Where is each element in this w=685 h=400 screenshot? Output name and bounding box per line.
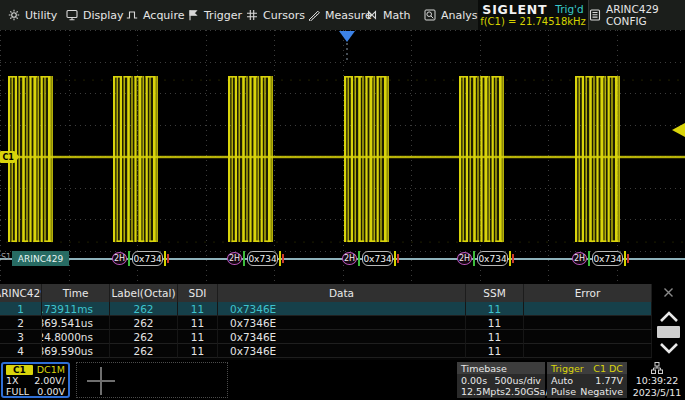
trigger-level-marker[interactable] [672,123,685,137]
column-header-arinc429: ARINC429 [0,284,42,302]
config-label: ARINC429 CONFIG [606,3,685,27]
trigger-source: C1 DC [593,363,623,374]
timebase-panel[interactable]: Timebase 0.00s 500us/div 12.5Mpts 2.50GS… [457,362,545,398]
bottom-status-bar: C1 DC1M 1X 2.00V/ FULL 0.00V Timebase 0.… [0,360,685,400]
cell-error [524,302,652,316]
decode-bus-label[interactable]: ARINC429 [12,251,69,266]
oscilloscope-screen: UtilityDisplayAcquireTriggerCursorsMeasu… [0,0,685,400]
table-scrollbar [652,284,685,360]
column-header-ssm: SSM [466,284,524,302]
cell-data: 0x7346E [218,344,466,358]
menu-utility[interactable]: Utility [8,0,57,30]
menu-math[interactable]: Math [366,0,411,30]
channel-offset: 0.00V [37,386,65,397]
menu-analysis[interactable]: Analysis [424,0,486,30]
trigger-type: Pulse [551,386,576,397]
cell-ssm: 11 [466,316,524,330]
column-header-time: Time [42,284,110,302]
cell-ssm: 11 [466,302,524,316]
cell-ssm: 11 [466,344,524,358]
channel-probe: 1X [6,375,19,386]
cell-sdi: 11 [178,316,218,330]
plus-icon [100,367,102,395]
table-scroll-down-button[interactable] [652,338,685,358]
status-block: SIGLENT Trig'd f(C1) = 21.74518kHz [478,0,588,30]
cell-error [524,344,652,358]
gear-icon [8,9,20,21]
table-row[interactable]: 1-1.73911ms262110x7346E11 [0,302,652,316]
cell-sdi: 11 [178,302,218,316]
cell-data: 0x7346E [218,330,466,344]
menu-trigger[interactable]: Trigger [187,0,242,30]
cell-ssm: 11 [466,330,524,344]
add-channel-slot[interactable] [76,362,228,398]
table-close-button[interactable] [652,284,685,300]
trigger-position-marker[interactable] [339,31,355,42]
table-scroll-thumb[interactable] [657,326,680,338]
trigger-level: 1.77V [595,375,623,386]
cell-sdi: 11 [178,330,218,344]
channel-coupling: DC1M [37,364,65,375]
column-header-error: Error [524,284,652,302]
network-icon [651,362,663,374]
waveform-display[interactable]: C1 [0,30,685,282]
clock-block: 10:39:22 2023/5/11 [629,362,685,398]
timebase-title: Timebase [461,363,507,374]
cell-data: 0x7346E [218,316,466,330]
clock-time: 10:39:22 [636,375,679,386]
cell-num: 1 [0,302,42,316]
table-row[interactable]: 324.8000ns262110x7346E11 [0,330,652,344]
svg-text:C1: C1 [3,153,15,162]
trigger-title: Trigger [551,363,584,374]
channel-1-level-marker[interactable]: C1 [0,151,19,163]
measure-icon [308,9,320,21]
channel-bandwidth: FULL [6,386,29,397]
channel-1-chip: C1 [6,365,33,375]
cell-num: 3 [0,330,42,344]
cell-label: 262 [110,330,178,344]
cell-error [524,330,652,344]
trigger-status-badge: Trig'd [555,3,583,16]
table-row[interactable]: 4869.590us262110x7346E11 [0,344,652,358]
menu-cursors[interactable]: Cursors [246,0,305,30]
timebase-memory: 12.5Mpts [461,386,505,397]
cell-num: 4 [0,344,42,358]
cell-label: 262 [110,302,178,316]
column-header-sdi: SDI [178,284,218,302]
decode-table: ARINC429TimeLabel(Octal)SDIDataSSMError1… [0,284,685,360]
clock-date: 2023/5/11 [633,387,682,398]
table-scroll-up-button[interactable] [652,306,685,326]
top-menu-bar: UtilityDisplayAcquireTriggerCursorsMeasu… [0,0,685,31]
timebase-scale: 500us/div [494,375,541,386]
trigger-slope: Negative [580,386,623,397]
math-icon [366,9,378,21]
cell-time: -1.73911ms [42,302,110,316]
channel-scale: 2.00V/ [34,375,65,386]
trigger-mode: Auto [551,375,573,386]
cell-num: 2 [0,316,42,330]
cell-time: 24.8000ns [42,330,110,344]
menu-display[interactable]: Display [66,0,124,30]
analysis-icon [424,9,436,21]
menu-acquire[interactable]: Acquire [126,0,184,30]
cell-data: 0x7346E [218,302,466,316]
channel-1-panel[interactable]: C1 DC1M 1X 2.00V/ FULL 0.00V [1,362,70,398]
table-row[interactable]: 2-869.541us262110x7346E11 [0,316,652,330]
acquire-icon [126,9,138,21]
flag-icon [187,9,199,21]
menu-measure[interactable]: Measure [308,0,372,30]
frequency-readout: f(C1) = 21.74518kHz [480,16,586,28]
list-icon [589,9,601,21]
cell-label: 262 [110,316,178,330]
cell-error [524,316,652,330]
column-header-label-octal-: Label(Octal) [110,284,178,302]
cell-sdi: 11 [178,344,218,358]
arinc429-config-button[interactable]: ARINC429 CONFIG [588,0,685,30]
display-icon [66,9,78,21]
column-header-data: Data [218,284,466,302]
cell-time: -869.541us [42,316,110,330]
timebase-delay: 0.00s [461,375,487,386]
cursors-icon [246,9,258,21]
trigger-panel[interactable]: Trigger C1 DC Auto 1.77V Pulse Negative [547,362,627,398]
cell-label: 262 [110,344,178,358]
